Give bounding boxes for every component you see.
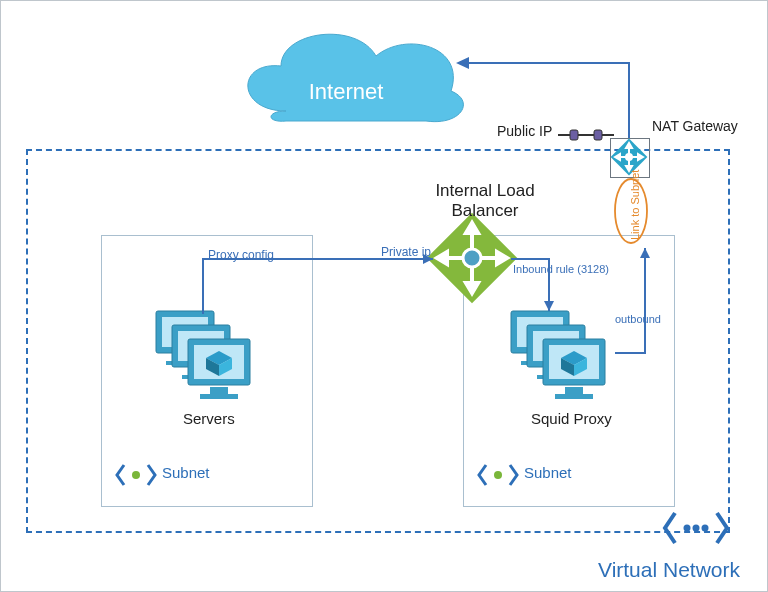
svg-marker-60	[544, 301, 554, 311]
subnet-label-left: Subnet	[162, 464, 210, 481]
svg-marker-61	[640, 248, 650, 258]
private-ip-label: Private ip	[381, 245, 431, 259]
load-balancer-label: Internal LoadBalancer	[425, 181, 545, 221]
architecture-diagram: Internet	[0, 0, 768, 592]
servers-title: Servers	[183, 410, 235, 427]
proxy-config-label: Proxy config	[208, 248, 274, 262]
connectors	[1, 1, 768, 592]
link-to-subnet-label: Link to Subnet	[629, 180, 641, 240]
nat-gateway-label: NAT Gateway	[652, 118, 738, 134]
inbound-rule-label: Inbound rule (3128)	[513, 263, 609, 275]
outbound-label: outbound	[615, 313, 661, 325]
subnet-label-right: Subnet	[524, 464, 572, 481]
squid-title: Squid Proxy	[531, 410, 612, 427]
virtual-network-label: Virtual Network	[598, 558, 740, 582]
svg-marker-62	[456, 57, 469, 69]
public-ip-label: Public IP	[497, 123, 552, 139]
